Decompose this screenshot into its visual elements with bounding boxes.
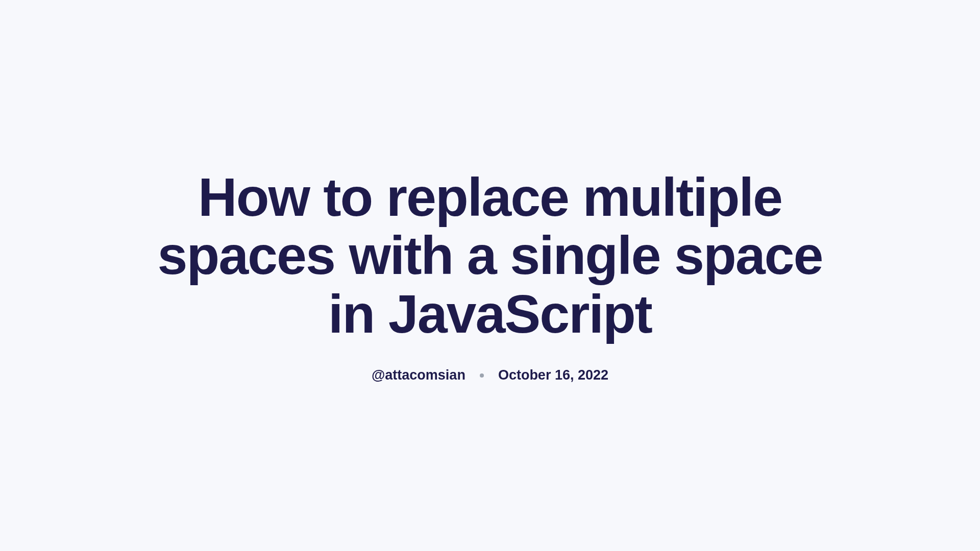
article-meta: @attacomsian October 16, 2022	[153, 367, 827, 383]
article-author[interactable]: @attacomsian	[372, 367, 465, 383]
separator-dot-icon	[480, 373, 484, 378]
article-header: How to replace multiple spaces with a si…	[133, 168, 847, 383]
article-title: How to replace multiple spaces with a si…	[153, 168, 827, 343]
article-date: October 16, 2022	[498, 367, 608, 383]
